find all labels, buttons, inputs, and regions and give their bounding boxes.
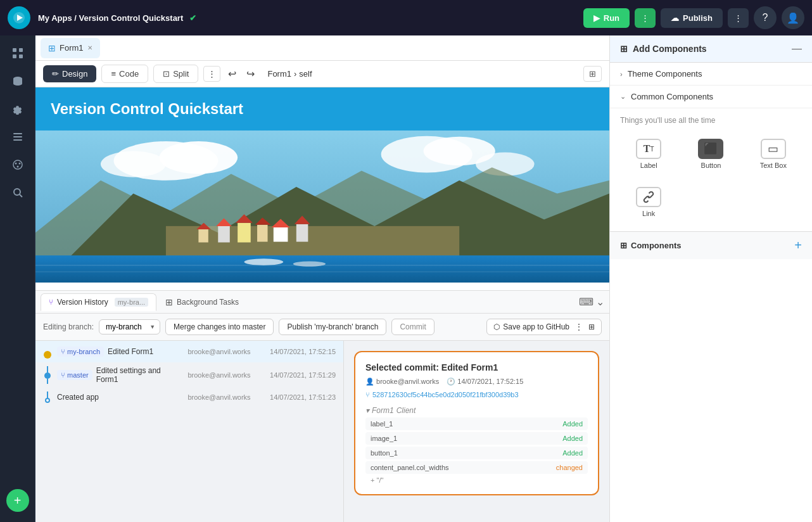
chevron-right-icon: › (620, 70, 623, 78)
sidebar-item-list[interactable] (5, 124, 30, 150)
svg-rect-36 (296, 224, 308, 242)
collapse-panel-button[interactable]: — (792, 43, 802, 54)
more-changes: + "/" (365, 476, 588, 484)
table-row[interactable]: Created app brooke@anvil.works 14/07/202… (35, 388, 343, 407)
svg-line-15 (20, 194, 22, 197)
component-link[interactable]: Link (620, 181, 677, 224)
sidebar-item-palette[interactable] (5, 152, 30, 177)
right-panel-header: ⊞ Add Components — (610, 35, 812, 63)
sidebar-item-database[interactable] (5, 68, 30, 94)
tab-bar: ⊞ Form1 ✕ (35, 35, 609, 61)
svg-rect-9 (13, 139, 22, 141)
app-canvas: Version Control Quickstart (35, 87, 609, 290)
list-item: label_1 Added (365, 417, 588, 430)
toolbar-more-button[interactable]: ⋮ (203, 66, 220, 82)
merge-button[interactable]: Merge changes into master (165, 319, 274, 335)
svg-rect-30 (238, 223, 251, 243)
svg-point-13 (16, 166, 18, 168)
svg-rect-3 (19, 48, 23, 52)
app-logo[interactable] (8, 6, 30, 29)
cloud-icon: ☁ (671, 13, 679, 23)
branch-select-wrapper: my-branch (99, 319, 160, 334)
version-tabs: ⑂ Version History my-bra... ⊞ Background… (35, 291, 609, 314)
svg-point-12 (18, 163, 20, 165)
button-component-icon: ⬛ (698, 139, 723, 159)
table-row[interactable]: ⑂ my-branch Edited Form1 brooke@anvil.wo… (35, 341, 343, 362)
redo-button[interactable]: ↪ (244, 65, 257, 82)
version-tab-actions: ⌨ ⌄ (579, 296, 604, 308)
branch-select[interactable]: my-branch (99, 319, 160, 334)
help-button[interactable]: ? (754, 6, 777, 29)
svg-rect-5 (19, 54, 23, 58)
label-component-icon: TT (636, 139, 661, 159)
sidebar-item-search[interactable] (5, 180, 30, 205)
left-sidebar: + (0, 35, 35, 522)
svg-rect-4 (13, 54, 16, 58)
commit-detail-pane: Selected commit: Edited Form1 👤 brooke@a… (343, 341, 609, 522)
theme-components-section[interactable]: › Theme Components (610, 63, 812, 86)
editor-area: ⊞ Form1 ✕ ✏ Design ≡ Code ⊡ Split ⋮ ↩ ↪ (35, 35, 609, 522)
svg-rect-38 (35, 255, 609, 283)
run-button[interactable]: ▶ Run (583, 8, 630, 28)
publish-more-button[interactable]: ⋮ (728, 8, 749, 28)
app-image (35, 130, 609, 283)
expand-button[interactable]: ⌄ (596, 296, 604, 308)
svg-rect-34 (274, 227, 288, 242)
add-component-button[interactable]: + (794, 238, 802, 253)
terminal-button[interactable]: ⌨ (579, 296, 593, 308)
publish-branch-button[interactable]: Publish 'my-branch' branch (279, 319, 386, 335)
design-button[interactable]: ✏ Design (43, 65, 96, 82)
svg-point-11 (15, 163, 16, 165)
right-panel: ⊞ Add Components — › Theme Components ⌄ … (609, 35, 812, 522)
version-toolbar: Editing branch: my-branch Merge changes … (35, 314, 609, 341)
code-button[interactable]: ≡ Code (101, 65, 148, 83)
link-component-icon (636, 187, 661, 207)
topbar: My Apps / Version Control Quickstart ✔ ▶… (0, 0, 812, 35)
commit-file-header: ▾ Form1 Client (365, 406, 588, 415)
code-icon: ≡ (111, 69, 116, 79)
run-more-button[interactable]: ⋮ (635, 8, 656, 28)
commit-button[interactable]: Commit (391, 319, 434, 335)
tab-form1[interactable]: ⊞ Form1 ✕ (41, 38, 100, 58)
git-branch-icon: ⑂ (49, 298, 53, 307)
right-panel-title: ⊞ Add Components (620, 44, 707, 54)
tasks-icon: ⊞ (165, 297, 173, 307)
puzzle-icon: ⊞ (620, 44, 628, 54)
textbox-component-icon: ▭ (761, 139, 786, 159)
add-button[interactable]: + (6, 489, 29, 512)
component-button[interactable]: ⬛ Button (682, 132, 739, 175)
sidebar-item-settings[interactable] (5, 96, 30, 122)
user-button[interactable]: 👤 (782, 6, 804, 29)
commit-detail-meta: 👤 brooke@anvil.works 🕐 14/07/2021, 17:52… (365, 378, 588, 386)
main-layout: + ⊞ Form1 ✕ ✏ Design ≡ Code ⊡ Split (0, 35, 812, 522)
version-pane: ⑂ Version History my-bra... ⊞ Background… (35, 290, 609, 522)
svg-point-40 (293, 261, 326, 266)
table-row[interactable]: ⑂ master Edited settings and Form1 brook… (35, 362, 343, 388)
app-title: Version Control Quickstart (51, 100, 594, 118)
split-button[interactable]: ⊡ Split (153, 65, 198, 83)
component-label[interactable]: TT Label (620, 132, 677, 175)
split-icon: ⊡ (163, 69, 170, 79)
background-tasks-tab[interactable]: ⊞ Background Tasks (158, 293, 246, 311)
svg-rect-8 (13, 136, 22, 137)
list-item: content_panel.col_widths changed (365, 461, 588, 474)
svg-rect-7 (13, 133, 22, 134)
layout-button[interactable]: ⊞ (583, 66, 602, 82)
save-github-button[interactable]: ⬡ Save app to GitHub ⋮ ⊞ (486, 319, 602, 335)
svg-point-14 (14, 189, 20, 195)
version-content: ⑂ my-branch Edited Form1 brooke@anvil.wo… (35, 341, 609, 522)
sidebar-item-grid[interactable] (5, 41, 30, 66)
toolbar: ✏ Design ≡ Code ⊡ Split ⋮ ↩ ↪ Form1 › se… (35, 61, 609, 87)
version-history-tab[interactable]: ⑂ Version History my-bra... (41, 293, 156, 311)
run-icon: ▶ (593, 13, 600, 23)
component-textbox[interactable]: ▭ Text Box (745, 132, 802, 175)
publish-button[interactable]: ☁ Publish (661, 8, 723, 28)
component-grid: TT Label ⬛ Button ▭ Text Box (620, 132, 802, 224)
undo-button[interactable]: ↩ (225, 65, 239, 82)
tab-close-button[interactable]: ✕ (87, 44, 92, 51)
common-components-section[interactable]: ⌄ Common Components (610, 86, 812, 108)
grid-icon: ⊞ (588, 322, 595, 331)
svg-point-18 (160, 141, 238, 174)
chevron-down-icon: ⌄ (620, 92, 626, 101)
components-icon: ⊞ (620, 241, 627, 250)
